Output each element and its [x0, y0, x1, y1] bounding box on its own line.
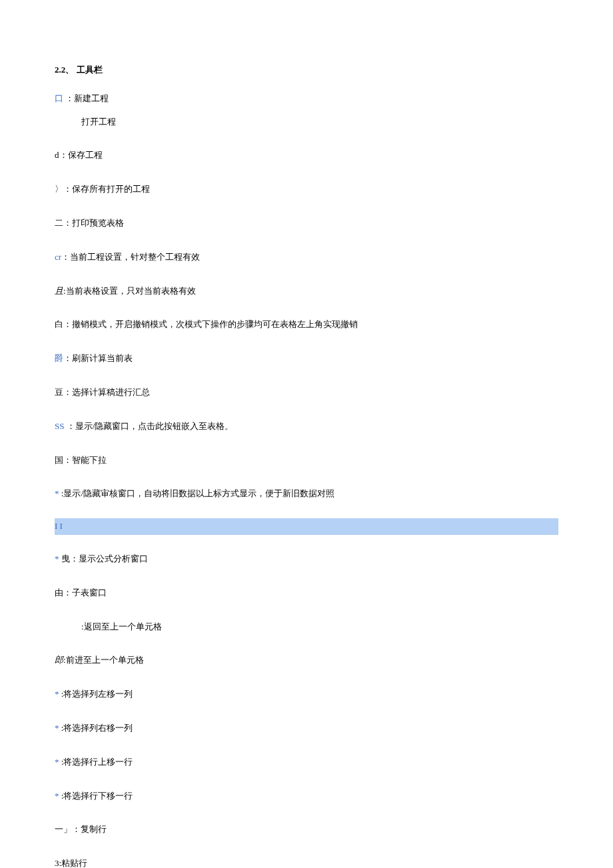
toolbar-item: 〉：保存所有打开的工程 — [55, 183, 558, 197]
item-text: 新建工程 — [74, 93, 109, 103]
item-text: 选择计算稿进行汇总 — [72, 387, 150, 397]
item-key: 二 — [55, 218, 63, 228]
toolbar-item: 白：撤销模式，开启撤销模式，次模式下操作的步骤均可在表格左上角实现撤销 — [55, 318, 558, 332]
section-title: 2.2、 工具栏 — [55, 63, 558, 77]
toolbar-item: 豆：选择计算稿进行汇总 — [55, 386, 558, 400]
toolbar-item: * :将选择列右移一列 — [55, 721, 558, 735]
toolbar-item: 郎:前进至上一个单元格 — [55, 653, 558, 667]
toolbar-item: * :将选择行上移一行 — [55, 755, 558, 769]
item-key: 口 — [55, 93, 63, 103]
toolbar-item: 3:粘贴行 — [55, 857, 558, 868]
item-text: 打开工程 — [81, 117, 116, 127]
item-text: 将选择行上移一行 — [63, 757, 133, 767]
toolbar-item: 口 ：新建工程 — [55, 92, 558, 106]
item-text: 子表窗口 — [72, 588, 107, 598]
item-key: SS — [55, 421, 64, 431]
toolbar-item: 国：智能下拉 — [55, 454, 558, 468]
item-list-2: * 曳：显示公式分析窗口由：子表窗口:返回至上一个单元格郎:前进至上一个单元格*… — [55, 552, 558, 868]
item-separator: ： — [63, 353, 72, 363]
item-separator: ： — [63, 184, 72, 194]
item-key: 且 — [55, 286, 63, 296]
highlight-text: I I — [55, 521, 63, 531]
toolbar-item: * :将选择行下移一行 — [55, 789, 558, 803]
item-text: 复制行 — [81, 824, 107, 834]
item-text: 刷新计算当前表 — [72, 353, 133, 363]
toolbar-item: SS ：显示/隐藏窗口，点击此按钮嵌入至表格。 — [55, 420, 558, 434]
toolbar-item: * 曳：显示公式分析窗口 — [55, 552, 558, 566]
item-key: 豆 — [55, 387, 63, 397]
item-separator: ： — [63, 387, 72, 397]
item-key: 白 — [55, 319, 63, 329]
item-text: 粘贴行 — [61, 858, 87, 868]
item-text: 将选择列左移一列 — [63, 689, 133, 699]
toolbar-item: 二：打印预览表格 — [55, 217, 558, 230]
toolbar-item: cr：当前工程设置，针对整个工程有效 — [55, 250, 558, 264]
item-separator: ： — [61, 252, 70, 262]
item-separator: ： — [63, 93, 74, 103]
highlighted-row: I I — [55, 518, 558, 535]
toolbar-item: 且:当前表格设置，只对当前表格有效 — [55, 284, 558, 298]
item-separator: ： — [63, 319, 72, 329]
item-text: 将选择列右移一列 — [63, 723, 133, 733]
toolbar-item: * :显示/隐藏审核窗口，自动将旧数据以上标方式显示，便于新旧数据对照 — [55, 487, 558, 501]
item-text: 将选择行下移一行 — [63, 791, 133, 801]
item-key: 国 — [55, 455, 63, 465]
toolbar-item: :返回至上一个单元格 — [55, 620, 558, 634]
item-text: 显示/隐藏审核窗口，自动将旧数据以上标方式显示，便于新旧数据对照 — [63, 488, 334, 498]
item-separator: ： — [63, 588, 72, 598]
item-text: 当前表格设置，只对当前表格有效 — [66, 286, 196, 296]
document-page: 2.2、 工具栏 口 ：新建工程打开工程d：保存工程〉：保存所有打开的工程二：打… — [0, 0, 613, 868]
item-separator: ： — [63, 455, 72, 465]
toolbar-item: 打开工程 — [55, 115, 558, 129]
item-key: 〉 — [55, 184, 63, 194]
item-text: 撤销模式，开启撤销模式，次模式下操作的步骤均可在表格左上角实现撤销 — [72, 319, 358, 329]
toolbar-item: * :将选择列左移一列 — [55, 687, 558, 701]
toolbar-item: 一」：复制行 — [55, 823, 558, 837]
item-separator: 曳： — [59, 554, 79, 564]
item-text: 当前工程设置，针对整个工程有效 — [70, 252, 200, 262]
item-key: 爵 — [55, 353, 63, 363]
item-key: 一」 — [55, 824, 72, 834]
item-text: 显示公式分析窗口 — [79, 554, 148, 564]
item-separator: ： — [63, 218, 72, 228]
item-text: 显示/隐藏窗口，点击此按钮嵌入至表格。 — [75, 421, 234, 431]
item-key: 郎 — [55, 655, 63, 665]
item-list-1: 口 ：新建工程打开工程d：保存工程〉：保存所有打开的工程二：打印预览表格cr：当… — [55, 92, 558, 501]
item-separator: ： — [59, 150, 68, 160]
item-separator: ： — [64, 421, 75, 431]
toolbar-item: d：保存工程 — [55, 149, 558, 163]
item-text: 保存工程 — [68, 150, 103, 160]
item-text: 前进至上一个单元格 — [66, 655, 144, 665]
item-text: 打印预览表格 — [72, 218, 124, 228]
item-key: cr — [55, 252, 61, 262]
toolbar-item: 爵：刷新计算当前表 — [55, 352, 558, 366]
item-text: 智能下拉 — [72, 455, 107, 465]
item-separator: ： — [72, 824, 81, 834]
item-key: 由 — [55, 588, 63, 598]
item-text: :返回至上一个单元格 — [81, 622, 162, 632]
toolbar-item: 由：子表窗口 — [55, 586, 558, 600]
item-text: 保存所有打开的工程 — [72, 184, 150, 194]
